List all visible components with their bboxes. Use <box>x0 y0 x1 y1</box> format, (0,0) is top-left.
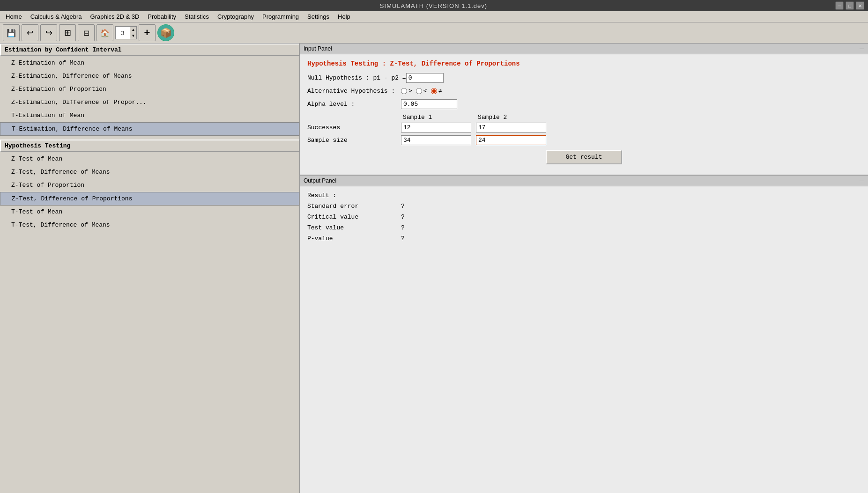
p-value-value: ? <box>401 235 405 242</box>
zoom-input[interactable] <box>116 29 130 37</box>
successes-label: Successes <box>307 124 401 131</box>
null-hypothesis-row: Null Hypothesis : p1 - p2 = <box>307 73 861 83</box>
sidebar-item-t-test-diff-means[interactable]: T-Test, Difference of Means <box>0 219 299 232</box>
menu-cryptography[interactable]: Cryptography <box>214 12 258 21</box>
null-hypothesis-input[interactable] <box>406 73 444 83</box>
alternative-hypothesis-label: Alternative Hypothesis : <box>307 88 401 95</box>
sidebar-item-z-test-mean[interactable]: Z-Test of Mean <box>0 153 299 166</box>
alpha-level-input[interactable] <box>401 99 457 109</box>
output-panel: Result : Standard error ? Critical value… <box>300 186 868 493</box>
redo-icon: ↪ <box>45 28 52 38</box>
alternative-hypothesis-row: Alternative Hypothesis : > < ≠ <box>307 88 861 95</box>
expand-button[interactable]: ⊞ <box>59 24 76 41</box>
home-button[interactable]: 🏠 <box>96 24 113 41</box>
menu-statistics[interactable]: Statistics <box>181 12 213 21</box>
input-panel-title: Input Panel <box>304 45 332 52</box>
section2-header: Hypothesis Testing <box>0 140 299 152</box>
alt-less-option[interactable]: < <box>416 88 427 95</box>
menu-graphics[interactable]: Graphics 2D & 3D <box>87 12 143 21</box>
sample2-header: Sample 2 <box>476 114 551 121</box>
input-panel-minimize[interactable]: ─ <box>860 45 864 52</box>
alt-greater-radio[interactable] <box>401 88 407 94</box>
main-content: Estimation by Confident Interval Z-Estim… <box>0 44 868 493</box>
maximize-button[interactable]: □ <box>846 1 854 10</box>
null-hypothesis-label: Null Hypothesis : p1 - p2 = <box>307 74 406 81</box>
output-panel-header: Output Panel ─ <box>300 176 868 186</box>
right-panel: Input Panel ─ Hypothesis Testing : Z-Tes… <box>300 44 868 493</box>
sidebar-item-z-est-diff-propor[interactable]: Z-Estimation, Difference of Propor... <box>0 96 299 109</box>
successes1-input[interactable] <box>401 123 471 132</box>
menu-probability[interactable]: Probability <box>144 12 180 21</box>
sidebar-item-z-est-mean[interactable]: Z-Estimation of Mean <box>0 57 299 70</box>
result-header-row: Result : <box>307 192 861 199</box>
section1-header: Estimation by Confident Interval <box>0 44 299 56</box>
menu-calculus[interactable]: Calculus & Algebra <box>27 12 86 21</box>
samples-table: Sample 1 Sample 2 Successes Sample size <box>307 114 861 145</box>
alt-less-label: < <box>423 88 427 95</box>
sidebar: Estimation by Confident Interval Z-Estim… <box>0 44 300 493</box>
menu-programming[interactable]: Programming <box>259 12 303 21</box>
menu-home[interactable]: Home <box>2 12 26 21</box>
zoom-up-button[interactable]: ▲ <box>130 27 136 33</box>
successes-row: Successes <box>307 123 861 132</box>
sidebar-item-z-est-proportion[interactable]: Z-Estimation of Proportion <box>0 83 299 96</box>
critical-value-row: Critical value ? <box>307 213 861 221</box>
successes2-input[interactable] <box>476 123 546 132</box>
undo-button[interactable]: ↩ <box>22 24 38 41</box>
menu-bar: Home Calculus & Algebra Graphics 2D & 3D… <box>0 11 868 22</box>
sidebar-item-t-est-mean[interactable]: T-Estimation of Mean <box>0 109 299 122</box>
menu-help[interactable]: Help <box>334 12 354 21</box>
test-value-row: Test value ? <box>307 224 861 231</box>
get-result-button[interactable]: Get result <box>546 150 622 164</box>
zoom-spinner-controls: ▲ ▼ <box>130 27 136 39</box>
sidebar-item-z-est-diff-means[interactable]: Z-Estimation, Difference of Means <box>0 70 299 83</box>
p-value-label: P-value <box>307 235 392 242</box>
critical-value-value: ? <box>401 213 405 221</box>
get-result-container: Get result <box>307 150 861 164</box>
undo-icon: ↩ <box>27 28 34 38</box>
sidebar-item-t-est-diff-means[interactable]: T-Estimation, Difference of Means <box>0 122 299 136</box>
standard-error-row: Standard error ? <box>307 203 861 210</box>
toolbar: 💾 ↩ ↪ ⊞ ⊟ 🏠 ▲ ▼ + 📦 <box>0 22 868 44</box>
redo-button[interactable]: ↪ <box>40 24 57 41</box>
add-icon: + <box>144 27 150 39</box>
alt-hypothesis-radio-group: > < ≠ <box>401 88 442 95</box>
save-button[interactable]: 💾 <box>3 24 20 41</box>
save-icon: 💾 <box>7 29 16 37</box>
package-button[interactable]: 📦 <box>157 24 174 41</box>
samples-header-row: Sample 1 Sample 2 <box>401 114 861 121</box>
critical-value-label: Critical value <box>307 213 392 221</box>
standard-error-label: Standard error <box>307 203 392 210</box>
title-bar: SIMULAMATH (VERSION 1.1.dev) ─ □ ✕ <box>0 0 868 11</box>
input-panel: Hypothesis Testing : Z-Test, Difference … <box>300 54 868 176</box>
alt-greater-option[interactable]: > <box>401 88 412 95</box>
alt-notequal-label: ≠ <box>438 88 442 95</box>
minimize-button[interactable]: ─ <box>835 1 844 10</box>
input-panel-header: Input Panel ─ <box>300 44 868 54</box>
test-value-label: Test value <box>307 224 392 231</box>
samplesize1-input[interactable] <box>401 135 471 145</box>
test-value-value: ? <box>401 224 405 231</box>
shrink-button[interactable]: ⊟ <box>78 24 95 41</box>
standard-error-value: ? <box>401 203 405 210</box>
alt-greater-label: > <box>408 88 412 95</box>
close-button[interactable]: ✕ <box>856 1 864 10</box>
alt-notequal-radio[interactable] <box>431 88 437 94</box>
zoom-down-button[interactable]: ▼ <box>130 33 136 39</box>
samplesize-label: Sample size <box>307 137 401 144</box>
package-icon: 📦 <box>160 27 172 38</box>
samplesize2-input[interactable] <box>476 135 546 145</box>
sidebar-item-t-test-mean[interactable]: T-Test of Mean <box>0 206 299 219</box>
zoom-spinner[interactable]: ▲ ▼ <box>115 26 137 39</box>
alt-less-radio[interactable] <box>416 88 422 94</box>
alt-notequal-option[interactable]: ≠ <box>431 88 442 95</box>
window-controls[interactable]: ─ □ ✕ <box>835 1 864 10</box>
add-button[interactable]: + <box>139 24 156 41</box>
app-title: SIMULAMATH (VERSION 1.1.dev) <box>32 2 835 9</box>
menu-settings[interactable]: Settings <box>304 12 333 21</box>
sidebar-item-z-test-proportion[interactable]: Z-Test of Proportion <box>0 179 299 192</box>
sidebar-item-z-test-diff-means[interactable]: Z-Test, Difference of Means <box>0 166 299 179</box>
alpha-level-row: Alpha level : <box>307 99 861 109</box>
output-panel-minimize[interactable]: ─ <box>860 177 864 184</box>
sidebar-item-z-test-diff-proportions[interactable]: Z-Test, Difference of Proportions <box>0 192 299 206</box>
